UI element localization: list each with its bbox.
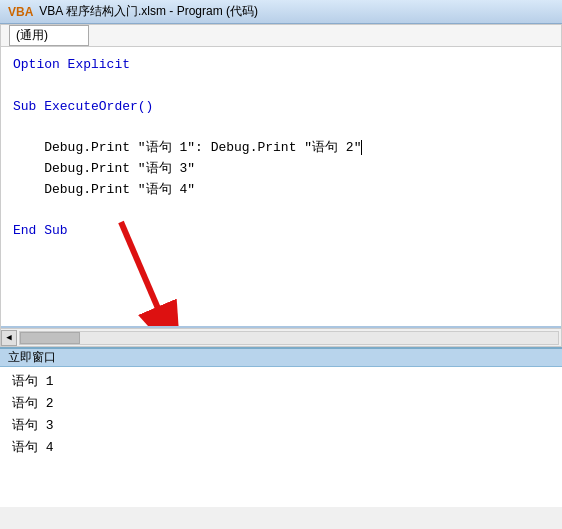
code-editor-section: (通用) Option Explicit Sub ExecuteOrder() … (0, 24, 562, 347)
immediate-window-content[interactable]: 语句 1 语句 2 语句 3 语句 4 (0, 367, 562, 507)
main-content: (通用) Option Explicit Sub ExecuteOrder() … (0, 24, 562, 507)
immediate-line-4: 语句 4 (12, 437, 550, 459)
immediate-line-2: 语句 2 (12, 393, 550, 415)
code-line-1: Option Explicit (13, 55, 549, 76)
app-icon: VBA (8, 5, 33, 19)
scope-dropdown-bar: (通用) (1, 25, 561, 47)
scroll-thumb[interactable] (20, 332, 80, 344)
immediate-window: 立即窗口 语句 1 语句 2 语句 3 语句 4 (0, 347, 562, 507)
immediate-line-1: 语句 1 (12, 371, 550, 393)
code-line-blank-1 (13, 76, 549, 97)
immediate-window-title: 立即窗口 (8, 349, 56, 366)
scroll-track[interactable] (19, 331, 559, 345)
code-line-blank-3 (13, 201, 549, 222)
horizontal-scrollbar[interactable]: ◀ (1, 328, 561, 346)
code-line-7: Debug.Print "语句 4" (13, 180, 549, 201)
code-editor[interactable]: Option Explicit Sub ExecuteOrder() Debug… (1, 47, 561, 328)
code-line-blank-2 (13, 117, 549, 138)
code-line-end-sub: End Sub (13, 221, 549, 242)
code-line-5: Debug.Print "语句 1": Debug.Print "语句 2"​ (13, 138, 549, 159)
code-line-sub: Sub ExecuteOrder() (13, 97, 549, 118)
scroll-left-button[interactable]: ◀ (1, 330, 17, 346)
scope-dropdown[interactable]: (通用) (9, 25, 89, 46)
immediate-line-3: 语句 3 (12, 415, 550, 437)
window-title: VBA 程序结构入门.xlsm - Program (代码) (39, 3, 258, 20)
code-line-6: Debug.Print "语句 3" (13, 159, 549, 180)
immediate-window-header: 立即窗口 (0, 347, 562, 367)
title-bar: VBA VBA 程序结构入门.xlsm - Program (代码) (0, 0, 562, 24)
